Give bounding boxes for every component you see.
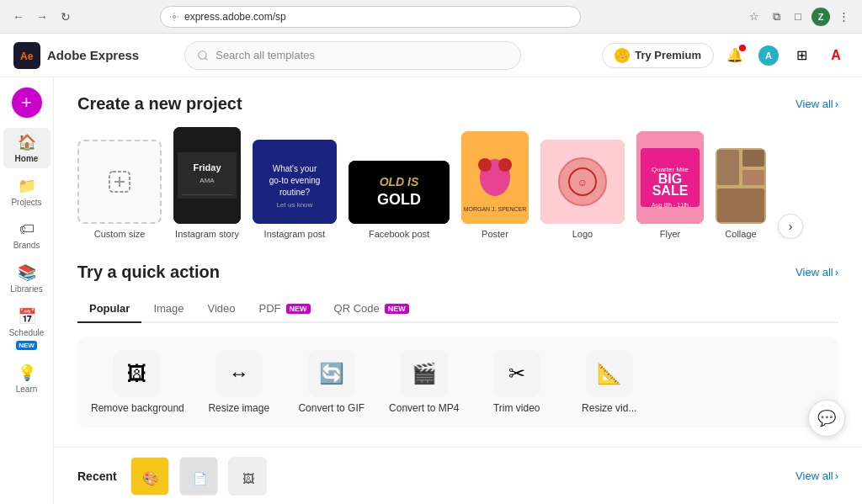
quick-action-remove-bg[interactable]: 🖼 Remove background [91,350,184,414]
app-wrapper: Ae Adobe Express Search all templates 👑 … [0,34,862,504]
recent-label: Recent [77,470,117,483]
refresh-button[interactable]: ↻ [57,8,74,25]
facebook-post-label: Facebook post [369,229,429,239]
quick-action-convert-mp4[interactable]: 🎬 Convert to MP4 [386,350,462,414]
add-new-button[interactable]: + [12,88,42,118]
nav-right: 👑 Try Premium 🔔 A ⊞ A [602,43,849,68]
projects-icon: 📁 [18,177,36,195]
recent-item-3[interactable]: 🖼 [228,457,267,496]
recent-item-1[interactable]: 🎨 [130,457,169,496]
convert-gif-icon: 🔄 [308,350,355,397]
template-item-facebook-post[interactable]: OLD IS GOLD Facebook post [349,161,450,239]
schedule-new-badge: NEW [16,341,37,350]
sidebar-projects-label: Projects [11,198,41,207]
quick-action-resize-video[interactable]: 📐 Resize vid... [572,350,647,414]
sidebar: + 🏠 Home 📁 Projects 🏷 Brands 📚 Libraries… [0,77,54,504]
notifications-button[interactable]: 🔔 [722,43,748,68]
template-item-instagram-post[interactable]: What's your go-to evening routine? Let u… [253,140,337,239]
quick-action-convert-gif[interactable]: 🔄 Convert to GIF [294,350,370,414]
quick-action-tab-bar: Popular Image Video PDF NEW QR Code NEW [77,295,838,323]
resize-video-label: Resize vid... [582,402,636,414]
sidebar-learn-label: Learn [16,385,38,394]
libraries-icon: 📚 [18,263,36,282]
custom-size-thumb[interactable] [77,140,162,224]
tab-qrcode[interactable]: QR Code NEW [322,295,421,321]
facebook-post-thumb[interactable]: OLD IS GOLD [349,161,450,224]
svg-text:Friday: Friday [193,162,221,172]
svg-text:OLD IS: OLD IS [380,175,419,188]
flyer-thumb[interactable]: Quarter Mile BIG SALE Aug 8th - 11th [636,131,704,224]
quick-action-resize-image[interactable]: ↔ Resize image [201,350,277,414]
scroll-right-arrow[interactable]: › [778,214,803,239]
adobe-icon-button[interactable]: A [823,43,849,68]
svg-text:What's your: What's your [273,164,317,173]
tab-image[interactable]: Image [141,295,195,321]
menu-button[interactable]: ⋮ [835,8,852,25]
back-button[interactable]: ← [10,8,27,25]
quick-action-view-all[interactable]: View all › [795,266,838,279]
browser-chrome: ← → ↻ express.adobe.com/sp ☆ ⧉ □ Z ⋮ [0,0,862,34]
quick-action-trim-video[interactable]: ✂ Trim video [479,350,555,414]
svg-rect-37 [717,150,739,185]
chat-button[interactable]: 💬 [808,400,845,437]
grid-view-button[interactable]: ⊞ [790,43,815,68]
forward-button[interactable]: → [34,8,51,25]
qrcode-new-badge: NEW [385,304,409,314]
sidebar-item-projects[interactable]: 📁 Projects [3,172,51,212]
schedule-icon: 📅 [18,307,36,326]
tab-pdf[interactable]: PDF NEW [247,295,322,321]
search-bar[interactable]: Search all templates [184,41,521,70]
custom-size-label: Custom size [94,229,146,239]
tab-popular[interactable]: Popular [77,295,141,323]
collage-thumb[interactable] [716,148,766,224]
create-project-title: Create a new project [77,94,242,114]
sidebar-schedule-label: Schedule [9,328,45,337]
sidebar-item-learn[interactable]: 💡 Learn [3,358,51,399]
quick-action-section: Try a quick action View all › Popular Im… [77,263,838,427]
convert-mp4-icon: 🎬 [401,350,448,397]
user-icon-button[interactable]: A [756,43,781,68]
top-nav: Ae Adobe Express Search all templates 👑 … [0,34,862,77]
sidebar-item-schedule[interactable]: 📅 Schedule NEW [3,302,51,355]
home-icon: 🏠 [18,133,36,151]
sidebar-item-brands[interactable]: 🏷 Brands [3,215,51,255]
template-item-custom-size[interactable]: Custom size [77,140,162,239]
recent-view-all[interactable]: View all › [795,470,838,482]
url-bar[interactable]: express.adobe.com/sp [160,6,581,28]
svg-point-0 [173,15,176,18]
try-premium-button[interactable]: 👑 Try Premium [602,43,714,68]
chat-icon: 💬 [817,409,836,427]
svg-rect-12 [182,194,232,195]
template-item-instagram-story[interactable]: Friday AMA Instagram story [173,127,241,239]
sidebar-item-libraries[interactable]: 📚 Libraries [3,258,51,299]
star-button[interactable]: ☆ [746,8,763,25]
poster-thumb[interactable]: MORGAN J. SPENCER [461,131,529,224]
template-item-poster[interactable]: MORGAN J. SPENCER Poster [461,131,529,239]
profile-button[interactable]: □ [790,8,806,25]
instagram-post-thumb[interactable]: What's your go-to evening routine? Let u… [253,140,337,224]
svg-text:go-to evening: go-to evening [269,176,321,185]
svg-text:AMA: AMA [200,177,215,184]
sidebar-item-home[interactable]: 🏠 Home [3,128,51,168]
instagram-story-thumb[interactable]: Friday AMA [173,127,241,224]
recent-bar: Recent 🎨 📄 🖼 View all › [54,447,862,504]
svg-text:SALE: SALE [652,183,689,198]
bookmark-button[interactable]: ⧉ [768,8,785,25]
svg-point-23 [478,158,492,172]
premium-crown-icon: 👑 [615,48,630,63]
svg-text:🖼: 🖼 [242,472,254,485]
sidebar-home-label: Home [15,154,39,163]
browser-actions: ☆ ⧉ □ Z ⋮ [746,8,852,26]
quick-action-header: Try a quick action View all › [77,263,838,282]
tab-video[interactable]: Video [196,295,247,321]
browser-user-avatar[interactable]: Z [811,8,830,26]
logo-thumb[interactable]: ☺ [540,140,625,224]
svg-text:routine?: routine? [279,188,311,197]
create-project-section-header: Create a new project View all › [77,94,838,114]
template-item-logo[interactable]: ☺ Logo [540,140,625,239]
convert-gif-label: Convert to GIF [298,402,364,414]
template-item-flyer[interactable]: Quarter Mile BIG SALE Aug 8th - 11th Fly… [636,131,704,239]
template-item-collage[interactable]: Collage [716,148,766,239]
recent-item-2[interactable]: 📄 [179,457,218,496]
create-project-view-all[interactable]: View all › [795,98,838,110]
